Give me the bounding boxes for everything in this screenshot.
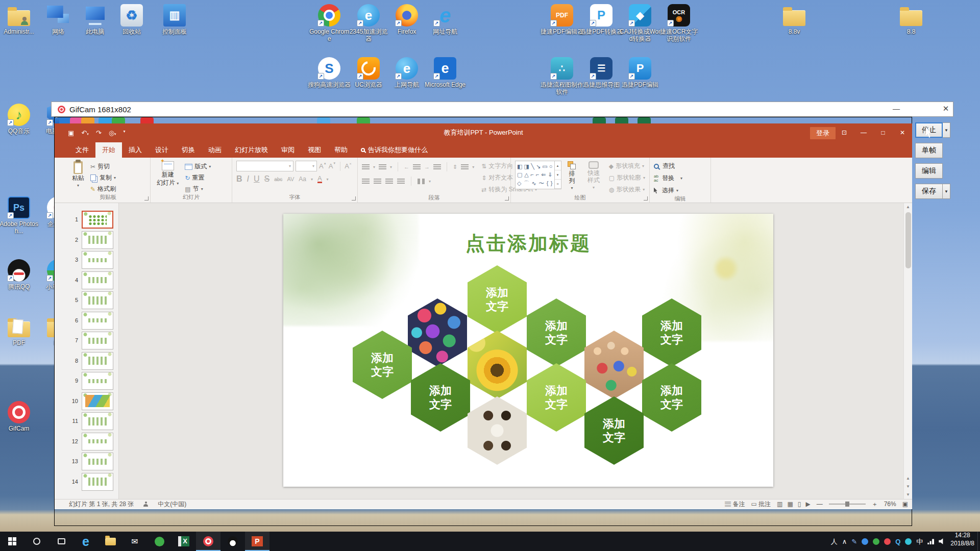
- align-left-icon[interactable]: [362, 179, 370, 184]
- slide-sorter-icon[interactable]: ▦: [787, 500, 793, 508]
- text-hexagon[interactable]: 添加文字: [527, 298, 586, 367]
- tray-dot-red-icon[interactable]: [884, 538, 891, 545]
- slideshow-icon[interactable]: ▶: [805, 500, 810, 508]
- scrollbar-thumb[interactable]: [905, 212, 911, 268]
- find-button[interactable]: 查找: [654, 162, 682, 170]
- desktop-icon-ps[interactable]: Ps↗Adobe Photosh...: [0, 196, 40, 235]
- touch-mode-icon[interactable]: ◎▾: [109, 129, 116, 137]
- save-icon[interactable]: ▣: [68, 129, 74, 137]
- slide-thumbnail-7[interactable]: [82, 332, 113, 349]
- desktop-icon-sogou[interactable]: S↗搜狗高速浏览器: [308, 57, 351, 88]
- taskbar-excel-button[interactable]: X: [172, 532, 196, 551]
- desktop-icon-firefox[interactable]: ↗Firefox: [385, 4, 428, 35]
- tray-zh-icon[interactable]: 中: [916, 538, 923, 545]
- maximize-button[interactable]: □: [873, 123, 893, 142]
- reset-button[interactable]: ↻重置: [185, 173, 211, 182]
- comments-button[interactable]: ▭ 批注: [751, 500, 771, 509]
- desktop-icon-folder[interactable]: PDF: [0, 315, 40, 346]
- desktop-icon-edge[interactable]: e↗Microsoft Edge: [424, 57, 467, 88]
- shape-icon[interactable]: ⌒: [524, 181, 529, 186]
- previous-slide-icon[interactable]: ▲: [904, 474, 912, 483]
- align-right-icon[interactable]: [385, 179, 393, 184]
- shape-icon[interactable]: }: [551, 181, 553, 186]
- paste-button[interactable]: 粘贴 ▾: [70, 161, 86, 193]
- dialog-launcher-icon[interactable]: [505, 196, 509, 201]
- slide-thumbnail-8[interactable]: [82, 352, 113, 370]
- desktop-icon-chrome[interactable]: ↗Google Chrome: [308, 4, 351, 43]
- zoom-slider[interactable]: [829, 504, 866, 505]
- sunflower-photo-hexagon[interactable]: [468, 331, 527, 399]
- text-hexagon[interactable]: 添加文字: [527, 363, 586, 432]
- undo-icon[interactable]: ↶▾: [81, 129, 88, 137]
- tab-视图[interactable]: 视图: [301, 142, 328, 158]
- shape-gallery-scroll[interactable]: ▴▾≡: [554, 161, 561, 189]
- copy-button[interactable]: 复制▾: [90, 173, 116, 182]
- slide-thumbnail-14[interactable]: [82, 473, 113, 491]
- shape-icon[interactable]: ∿: [531, 181, 536, 186]
- taskbar-mail-button[interactable]: ✉: [122, 532, 147, 551]
- align-center-icon[interactable]: [374, 179, 381, 184]
- shape-icon[interactable]: ◧: [517, 164, 522, 169]
- shape-icon[interactable]: ▢: [517, 172, 522, 178]
- kids-circle-photo-hexagon[interactable]: [468, 396, 527, 465]
- section-button[interactable]: ▤节▾: [185, 185, 211, 193]
- taskbar-edge-button[interactable]: e: [74, 532, 98, 551]
- slide-thumbnail-12[interactable]: [82, 433, 113, 450]
- shape-icon[interactable]: ○: [549, 164, 553, 169]
- desktop-icon-qqmusic[interactable]: ♪↗QQ音乐: [0, 104, 40, 135]
- taskbar-green-app-button[interactable]: [147, 532, 172, 551]
- gifcam-minimize-button[interactable]: —: [886, 102, 906, 116]
- desktop-icon-uc[interactable]: ↗UC浏览器: [347, 57, 390, 88]
- tray-dot-green-icon[interactable]: [873, 538, 879, 545]
- fit-slide-icon[interactable]: ▣: [902, 500, 908, 508]
- shape-icon[interactable]: ⇐: [541, 172, 546, 178]
- slide-thumbnail-3[interactable]: [82, 251, 113, 269]
- replace-button[interactable]: abac替换▾: [654, 174, 682, 183]
- desktop-icon-control[interactable]: ▥控制面板: [153, 4, 196, 35]
- shape-icon[interactable]: 〜: [538, 181, 544, 186]
- desktop-icon-flow[interactable]: ∴↗迅捷流程图制作软件: [541, 57, 583, 96]
- tray-dot-blue-icon[interactable]: [862, 538, 868, 545]
- taskbar-taskview-button[interactable]: [49, 532, 74, 551]
- shape-icon[interactable]: ⌐: [531, 172, 534, 178]
- taskbar-qq-button[interactable]: [220, 532, 245, 551]
- shape-icon[interactable]: ↘: [536, 164, 541, 169]
- font-format-av-button[interactable]: AV: [287, 176, 294, 182]
- shape-icon[interactable]: {: [547, 181, 549, 186]
- clock[interactable]: 14:28 2018/8/8: [947, 532, 977, 551]
- tray-speaker-icon[interactable]: [939, 538, 945, 544]
- tab-开始[interactable]: 开始: [95, 142, 122, 158]
- tab-切换[interactable]: 切换: [175, 142, 202, 158]
- slide-editing-area[interactable]: 点击添加标题 添加文字添加文字添加文字添加文字添加文字添加文字添加文字添加文字: [283, 214, 773, 487]
- minimize-button[interactable]: —: [854, 123, 873, 142]
- new-slide-button[interactable]: 新建 幻灯片 ▾: [155, 161, 181, 193]
- desktop-icon-caj[interactable]: ◆↗CAJ转换成Word转换器: [619, 4, 662, 43]
- tray-signal-icon[interactable]: [927, 538, 934, 544]
- desktop-icon-ocr[interactable]: OCR↗捷速OCR文字识别软件: [657, 4, 700, 43]
- tray-dot-teal-icon[interactable]: [905, 538, 912, 545]
- taskbar-powerpoint-button[interactable]: P: [245, 532, 270, 551]
- layout-button[interactable]: 版式▾: [185, 162, 211, 171]
- zoom-out-icon[interactable]: —: [817, 500, 823, 508]
- font-format-abc-button[interactable]: abc: [274, 177, 282, 182]
- desktop-icon-recycle[interactable]: ♻回收站: [110, 4, 153, 35]
- slide-thumbnail-2[interactable]: [82, 231, 113, 249]
- login-button[interactable]: 登录: [810, 127, 836, 139]
- scroll-down-icon[interactable]: ▼: [904, 491, 912, 499]
- taskbar-gifcam-button[interactable]: [196, 532, 220, 551]
- desktop-icon-e-blue2[interactable]: e↗上网导航: [385, 57, 428, 88]
- shape-effects-button[interactable]: ◍形状效果▾: [609, 185, 645, 194]
- tray-pen-icon[interactable]: ✎: [851, 538, 857, 545]
- text-hexagon[interactable]: 添加文字: [353, 331, 412, 399]
- slide-thumbnail-10[interactable]: [82, 392, 113, 410]
- customize-qat-icon[interactable]: ▾: [123, 129, 125, 137]
- chevron-down-icon[interactable]: ▼: [943, 122, 950, 138]
- increase-indent-icon[interactable]: →: [424, 164, 430, 170]
- format-painter-button[interactable]: ✎格式刷: [90, 185, 116, 193]
- shape-outline-button[interactable]: ▢形状轮廓▾: [609, 173, 645, 182]
- powerpoint-titlebar[interactable]: ▣ ↶▾ ↷ ◎▾ ▾ 教育培训PPT - PowerPoint 登录 ⊡ — …: [55, 123, 912, 142]
- desktop-icon-folder[interactable]: 8.8: [890, 4, 933, 35]
- shape-icon[interactable]: ⇓: [548, 172, 552, 178]
- tray-q-blue-icon[interactable]: Q: [895, 538, 900, 545]
- dialog-launcher-icon[interactable]: [144, 196, 149, 201]
